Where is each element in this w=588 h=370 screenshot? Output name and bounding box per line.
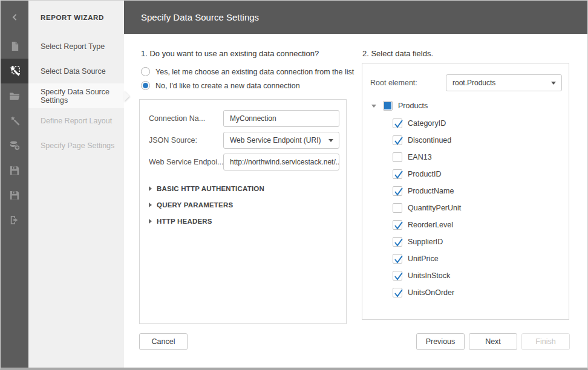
page-body: 1. Do you want to use an existing data c… <box>124 34 587 368</box>
accordion-header[interactable]: HTTP HEADERS <box>149 213 346 229</box>
cancel-button[interactable]: Cancel <box>139 333 188 350</box>
field-checkbox[interactable] <box>393 169 402 179</box>
field-checkbox[interactable] <box>393 186 402 196</box>
sidebar-step[interactable]: Select Report Type <box>28 34 124 59</box>
main-area: Specify Data Source Settings 1. Do you w… <box>124 1 587 368</box>
finish-button[interactable]: Finish <box>521 333 570 350</box>
accordion-header-label: BASIC HTTP AUTHENTICATION <box>157 185 264 192</box>
tree-field-label: Discontinued <box>408 136 451 144</box>
chevron-right-icon <box>149 219 152 224</box>
sidebar-step-label: Specify Data Source Settings <box>41 88 124 105</box>
sidebar-title: REPORT WIZARD <box>28 1 124 34</box>
connection-name-input[interactable]: MyConnection <box>223 110 339 127</box>
next-button[interactable]: Next <box>469 333 517 350</box>
radio-button-icon[interactable] <box>141 67 150 76</box>
report-wizard-window: REPORT WIZARD Select Report Type Select … <box>0 0 588 370</box>
field-checkbox[interactable] <box>393 271 402 281</box>
back-chevron-icon[interactable] <box>1 1 28 34</box>
accordion-header[interactable]: QUERY PARAMETERS <box>149 196 346 213</box>
tree-field-row[interactable]: EAN13 <box>393 149 569 166</box>
accordion-header-label: HTTP HEADERS <box>157 218 212 225</box>
add-datasource-icon[interactable] <box>1 133 28 158</box>
accordion-header-label: QUERY PARAMETERS <box>157 201 233 209</box>
accordion-header[interactable]: BASIC HTTP AUTHENTICATION <box>149 180 346 196</box>
design-wizard-icon[interactable] <box>1 108 28 133</box>
endpoint-input[interactable]: http://northwind.servicestack.net/... <box>223 154 339 170</box>
tree-field-row[interactable]: QuantityPerUnit <box>393 200 569 216</box>
tree-field-label: SupplierID <box>408 238 443 246</box>
sidebar-step-label: Define Report Layout <box>41 117 112 125</box>
field-checkbox[interactable] <box>393 220 402 230</box>
tree-field-label: UnitPrice <box>408 255 439 263</box>
root-element-row: Root element: root.Products <box>370 74 569 91</box>
tree-field-row[interactable]: ProductID <box>393 166 569 183</box>
options-accordion: BASIC HTTP AUTHENTICATION QUERY PARAMETE… <box>149 180 346 229</box>
save-as-icon[interactable] <box>1 183 28 207</box>
root-element-value: root.Products <box>452 79 495 87</box>
chevron-right-icon <box>149 203 152 207</box>
sidebar-step-label: Select Report Type <box>41 42 105 51</box>
fields-column: 2. Select data fields. Root element: roo… <box>362 34 569 324</box>
exit-icon[interactable] <box>1 207 28 232</box>
fields-tree: Products <box>362 97 569 301</box>
iconbar <box>1 1 28 368</box>
sidebar-step[interactable]: Specify Page Settings <box>28 133 124 158</box>
question-2-heading: 2. Select data fields. <box>362 49 569 58</box>
field-checkbox[interactable] <box>393 203 402 213</box>
sidebar-step-label: Specify Page Settings <box>41 141 114 150</box>
sidebar-step[interactable]: Select Data Source <box>28 59 124 83</box>
radio-option[interactable]: No, I'd like to create a new data connec… <box>141 80 347 91</box>
tree-field-row[interactable]: UnitPrice <box>393 250 569 267</box>
tree-field-list: CategoryID D <box>362 115 569 301</box>
connection-column: 1. Do you want to use an existing data c… <box>139 34 347 324</box>
tree-field-row[interactable]: UnitsOnOrder <box>393 284 569 301</box>
tree-collapse-icon[interactable] <box>371 105 376 108</box>
sidebar-step[interactable]: Define Report Layout <box>28 108 124 133</box>
root-element-dropdown[interactable]: root.Products <box>446 74 562 91</box>
json-source-value: Web Service Endpoint (URI) <box>230 136 321 144</box>
field-checkbox[interactable] <box>393 135 402 145</box>
tree-field-label: CategoryID <box>408 119 446 128</box>
connection-radio-group: Yes, let me choose an existing data conn… <box>141 66 347 91</box>
json-source-dropdown[interactable]: Web Service Endpoint (URI) <box>223 132 339 149</box>
chevron-down-icon <box>328 139 333 142</box>
nav-button-group: Previous Next Finish <box>416 333 570 350</box>
field-checkbox[interactable] <box>393 152 402 162</box>
tree-field-label: ReorderLevel <box>408 221 453 229</box>
tree-field-label: UnitsOnOrder <box>408 288 454 297</box>
endpoint-label: Web Service Endpoi... <box>149 158 223 166</box>
tree-field-row[interactable]: Discontinued <box>393 132 569 149</box>
tree-field-row[interactable]: ReorderLevel <box>393 216 569 233</box>
root-element-label: Root element: <box>370 79 446 87</box>
chevron-down-icon <box>551 82 556 85</box>
connection-name-row: Connection Na... MyConnection <box>149 110 346 127</box>
field-checkbox[interactable] <box>393 288 402 297</box>
chevron-right-icon <box>149 186 152 191</box>
radio-option[interactable]: Yes, let me choose an existing data conn… <box>141 66 347 77</box>
tree-field-row[interactable]: SupplierID <box>393 233 569 250</box>
tree-field-row[interactable]: ProductName <box>393 183 569 200</box>
data-fields-panel: Root element: root.Products Products <box>362 63 569 320</box>
sidebar-step-label: Select Data Source <box>41 67 106 76</box>
field-checkbox[interactable] <box>393 254 402 264</box>
tree-field-row[interactable]: CategoryID <box>393 115 569 132</box>
json-source-row: JSON Source: Web Service Endpoint (URI) <box>149 132 346 149</box>
report-wizard-icon[interactable] <box>1 59 28 83</box>
previous-button[interactable]: Previous <box>416 333 465 350</box>
field-checkbox[interactable] <box>393 118 402 128</box>
save-icon[interactable] <box>1 158 28 183</box>
tree-field-label: QuantityPerUnit <box>408 204 461 212</box>
wizard-footer: Cancel Previous Next Finish <box>139 333 570 350</box>
sidebar-steps: Select Report Type Select Data Source Sp… <box>28 34 124 158</box>
open-folder-icon[interactable] <box>1 83 28 108</box>
json-source-label: JSON Source: <box>149 136 223 144</box>
radio-button-icon[interactable] <box>141 81 150 90</box>
root-checkbox[interactable] <box>383 101 393 111</box>
new-document-icon[interactable] <box>1 34 28 59</box>
tree-root-row[interactable]: Products <box>371 97 569 115</box>
field-checkbox[interactable] <box>393 237 402 247</box>
sidebar-step[interactable]: Specify Data Source Settings <box>28 83 124 108</box>
tree-field-row[interactable]: UnitsInStock <box>393 267 569 284</box>
endpoint-row: Web Service Endpoi... http://northwind.s… <box>149 154 346 170</box>
tree-field-label: ProductName <box>408 187 454 195</box>
